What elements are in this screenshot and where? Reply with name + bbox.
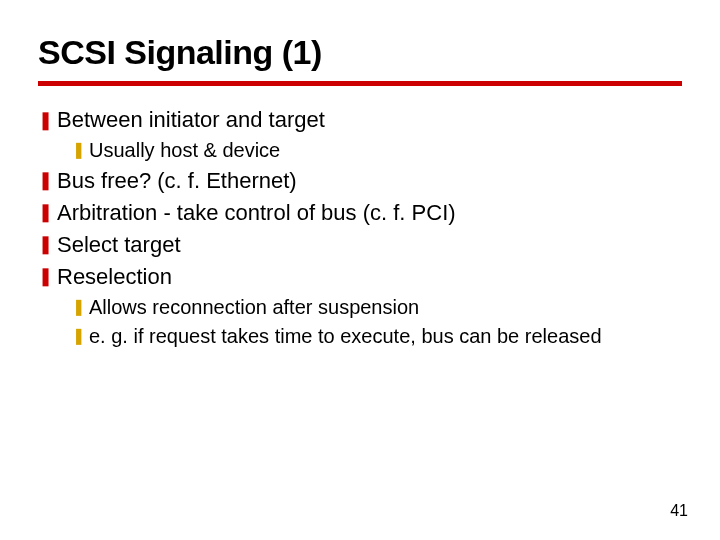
- slide-body: ❚ Between initiator and target ❚ Usually…: [38, 104, 682, 350]
- sub-bullet-icon: ❚: [72, 295, 85, 319]
- bullet-text: Bus free? (c. f. Ethernet): [57, 165, 297, 197]
- sub-bullet-group: ❚ Usually host & device: [72, 136, 682, 165]
- slide-title: SCSI Signaling (1): [38, 34, 682, 71]
- slide: SCSI Signaling (1) ❚ Between initiator a…: [0, 0, 720, 540]
- bullet-icon: ❚: [38, 167, 53, 193]
- sub-bullet-item: ❚ e. g. if request takes time to execute…: [72, 322, 682, 351]
- bullet-icon: ❚: [38, 199, 53, 225]
- sub-bullet-item: ❚ Usually host & device: [72, 136, 682, 165]
- sub-bullet-text: e. g. if request takes time to execute, …: [89, 322, 602, 351]
- bullet-text: Reselection: [57, 261, 172, 293]
- title-underline: [38, 81, 682, 86]
- sub-bullet-item: ❚ Allows reconnection after suspension: [72, 293, 682, 322]
- sub-bullet-text: Allows reconnection after suspension: [89, 293, 419, 322]
- bullet-text: Between initiator and target: [57, 104, 325, 136]
- bullet-icon: ❚: [38, 107, 53, 133]
- sub-bullet-group: ❚ Allows reconnection after suspension ❚…: [72, 293, 682, 351]
- bullet-text: Arbitration - take control of bus (c. f.…: [57, 197, 456, 229]
- bullet-icon: ❚: [38, 231, 53, 257]
- bullet-item: ❚ Between initiator and target: [38, 104, 682, 136]
- bullet-item: ❚ Reselection: [38, 261, 682, 293]
- bullet-item: ❚ Bus free? (c. f. Ethernet): [38, 165, 682, 197]
- bullet-icon: ❚: [38, 263, 53, 289]
- sub-bullet-icon: ❚: [72, 138, 85, 162]
- bullet-item: ❚ Arbitration - take control of bus (c. …: [38, 197, 682, 229]
- sub-bullet-icon: ❚: [72, 324, 85, 348]
- bullet-item: ❚ Select target: [38, 229, 682, 261]
- bullet-text: Select target: [57, 229, 181, 261]
- page-number: 41: [670, 502, 688, 520]
- sub-bullet-text: Usually host & device: [89, 136, 280, 165]
